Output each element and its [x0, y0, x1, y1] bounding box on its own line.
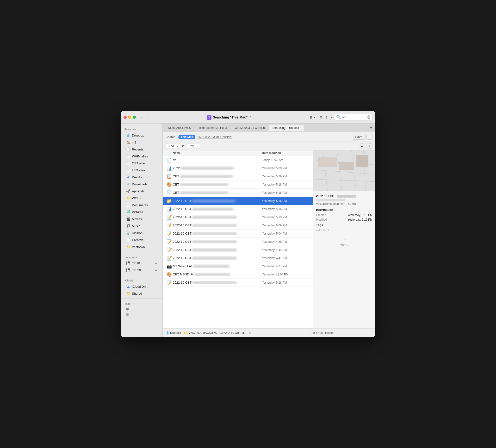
- forward-button[interactable]: ›: [146, 114, 150, 120]
- file-name: 2022-10 OBT: [173, 199, 262, 203]
- text-icon: 📝: [167, 223, 172, 228]
- file-row[interactable]: 📊 2022 Yesterday, 5:29 PM: [163, 164, 313, 172]
- add-tab-button[interactable]: +: [368, 125, 374, 130]
- sidebar-item-applications[interactable]: 🚀 Applicati...: [122, 188, 161, 194]
- sidebar-item-work[interactable]: 📁 WORK: [122, 195, 161, 201]
- file-row[interactable]: 📄 OBT Yesterday, 5:18 PM: [163, 189, 313, 197]
- file-row[interactable]: 📝 2022-10 OBT Yesterday, 4:41 PM: [163, 254, 313, 262]
- music-icon: 🎵: [126, 224, 130, 228]
- file-row[interactable]: 📸 M2 Smart Fixt Yesterday, 4:27 PM: [163, 262, 313, 270]
- kind-select-wrapper[interactable]: Kind: [166, 143, 180, 149]
- sidebar-item-icloud-drive[interactable]: ☁ iCloud Dri...: [122, 283, 161, 290]
- column-date[interactable]: Date Modified: [262, 151, 310, 155]
- tab-search-this-mac[interactable]: Searching "This Mac": [269, 125, 304, 131]
- path-item-file[interactable]: 🗂 2022-10 OBT M...: [220, 331, 246, 335]
- sidebar-item-m2[interactable]: 🏠 m2: [122, 139, 161, 146]
- search-input[interactable]: [342, 115, 367, 119]
- file-name: 2022-10 OBT: [173, 248, 262, 252]
- file-date: Today, 10:49 AM: [262, 158, 310, 162]
- file-date: Yesterday, 5:09 PM: [262, 224, 310, 227]
- search-scope-cornish[interactable]: "WHIM 2023-01 Cornish": [197, 135, 232, 139]
- minimize-button[interactable]: [128, 116, 131, 119]
- path-clear-button[interactable]: ✕: [248, 331, 251, 335]
- filter-remove-button[interactable]: –: [359, 143, 365, 149]
- sidebar-item-documents[interactable]: 📄 Documents: [122, 202, 161, 208]
- sidebar-item-tag-1[interactable]: [122, 307, 161, 312]
- maximize-button[interactable]: [133, 116, 136, 119]
- column-name[interactable]: Name: [173, 151, 262, 155]
- tag-button[interactable]: 🏷: [326, 115, 329, 120]
- file-row[interactable]: 📝 2022-10 OBT Yesterday, 5:04 PM: [163, 230, 313, 238]
- sidebar-item-obt-alias[interactable]: 📄 OBT alias: [122, 160, 161, 167]
- tab-cornish[interactable]: WHIM 2023-01 Cornish: [231, 125, 268, 131]
- save-search-button[interactable]: Save: [352, 134, 366, 140]
- search-box[interactable]: 🔍 ✕: [334, 114, 372, 120]
- file-row-selected[interactable]: 📁 2022-10 OBT Yesterday, 5:16 PM: [163, 197, 313, 205]
- sidebar-item-led-alias[interactable]: 📄 LED alias: [122, 167, 161, 173]
- file-date: Yesterday, 5:18 PM: [262, 281, 310, 284]
- any-select[interactable]: Any: [186, 143, 200, 149]
- icloud-section-label: iCloud: [121, 277, 162, 283]
- search-scope-this-mac[interactable]: This Mac: [178, 135, 195, 139]
- folder-icon: 📁: [126, 196, 130, 200]
- file-row[interactable]: 📝 2022-10 OBT Yesterday, 4:48 PM: [163, 238, 313, 246]
- filter-is-label: is: [182, 144, 184, 148]
- path-item-dropbox[interactable]: 💧 Dropbox: [166, 331, 181, 335]
- file-row[interactable]: 📝 2022-10 OBT Yesterday, 4:44 PM: [163, 246, 313, 254]
- more-button[interactable]: »: [331, 115, 333, 119]
- close-button[interactable]: [124, 116, 127, 119]
- blurred-name: [193, 265, 229, 268]
- path-item-vwx[interactable]: 📁 VWX 2022 BACKUPS: [184, 331, 217, 335]
- sidebar-item-pictures[interactable]: 🖼 Pictures: [122, 209, 161, 215]
- file-row[interactable]: 📋 OBT Yesterday, 5:29 PM: [163, 172, 313, 181]
- sidebar-item-music[interactable]: 🎵 Music: [122, 223, 161, 229]
- file-row[interactable]: 🎨 OBT Yesterday, 5:18 PM: [163, 181, 313, 189]
- sidebar-item-whim-alias[interactable]: 📄 WHIM alias: [122, 153, 161, 160]
- eject-icon[interactable]: ⏏: [155, 262, 157, 265]
- file-icon-cell: 📁: [166, 198, 173, 203]
- preview-more-label[interactable]: More...: [340, 243, 349, 247]
- any-select-wrapper[interactable]: Any: [186, 143, 200, 149]
- sidebar-item-label: Downloads: [132, 182, 147, 186]
- sidebar-item-label: T7 20...: [132, 262, 142, 265]
- file-icon-cell: 📄: [166, 190, 173, 195]
- sidebar-item-movies[interactable]: 🎬 Movies: [122, 216, 161, 222]
- sidebar-item-recents[interactable]: 🕐 Recents: [122, 146, 161, 153]
- sidebar-item-label: Music: [132, 224, 140, 228]
- sidebar-item-shared[interactable]: 📁 Shared: [122, 290, 161, 297]
- preview-add-tags[interactable]: Add Tags...: [316, 228, 372, 232]
- remove-search-button[interactable]: –: [367, 134, 372, 140]
- file-row[interactable]: 📄 ffc Today, 10:49 AM: [163, 156, 313, 164]
- sidebar-item-t7-50[interactable]: 💾 T7_50... ⏏: [122, 267, 161, 274]
- file-row[interactable]: 📝 2022-10 OBT Yesterday, 5:09 PM: [163, 221, 313, 230]
- sidebar-item-downloads[interactable]: ⬇ Downloads: [122, 181, 161, 187]
- preview-modified-value: Yesterday, 5:16 PM: [348, 218, 372, 221]
- finder-window: ‹ › 🔮 Searching "This Mac" ⌃ ⊞ ▾ ⬆ 🏷 » 🔍…: [121, 111, 375, 337]
- image-icon: 📸: [167, 264, 172, 269]
- share-button[interactable]: ⬆: [318, 114, 324, 120]
- sidebar-item-airdrop[interactable]: 📡 AirDrop: [122, 230, 161, 236]
- sidebar-item-tag-2[interactable]: [122, 312, 161, 317]
- file-list-container: Name Date Modified 📄 ffc Today, 10:49 AM…: [163, 151, 375, 328]
- back-button[interactable]: ‹: [140, 114, 144, 120]
- sidebar-item-t7-20[interactable]: 💾 T7 20... ⏏: [122, 260, 161, 266]
- svg-rect-8: [318, 158, 337, 167]
- sidebar-item-vectorworks[interactable]: 📁 Vectorwo...: [122, 244, 161, 250]
- sidebar-item-desktop[interactable]: 🖥 Desktop: [122, 174, 161, 181]
- file-row[interactable]: 📊 2022-10 OBT Yesterday, 5:16 PM: [163, 205, 313, 213]
- search-clear-button[interactable]: ✕: [367, 115, 370, 119]
- file-row[interactable]: 📝 2022-10 OBT Yesterday, 5:18 PM: [163, 278, 313, 287]
- sidebar-divider: [121, 252, 162, 252]
- tab-whim-archives[interactable]: WHIM ARCHIVES: [164, 125, 195, 131]
- view-options-button[interactable]: ⊞ ▾: [308, 114, 316, 120]
- sidebar-item-creative[interactable]: 📄 Creative...: [122, 236, 161, 243]
- kind-select[interactable]: Kind: [166, 143, 180, 149]
- sidebar-item-dropbox[interactable]: 💧 Dropbox: [122, 132, 161, 139]
- file-row[interactable]: 🎨 OBT MSND_H Yesterday, 12:04 PM: [163, 270, 313, 278]
- filter-add-button[interactable]: +: [366, 143, 372, 149]
- file-row[interactable]: 📝 2022-10 OBT Yesterday, 5:13 PM: [163, 213, 313, 221]
- tab-mike[interactable]: Mike Esperanza INFO: [195, 125, 231, 131]
- file-icon-cell: 📊: [166, 166, 173, 171]
- eject-icon[interactable]: ⏏: [155, 268, 157, 272]
- file-name: 2022-10 OBT: [173, 215, 262, 219]
